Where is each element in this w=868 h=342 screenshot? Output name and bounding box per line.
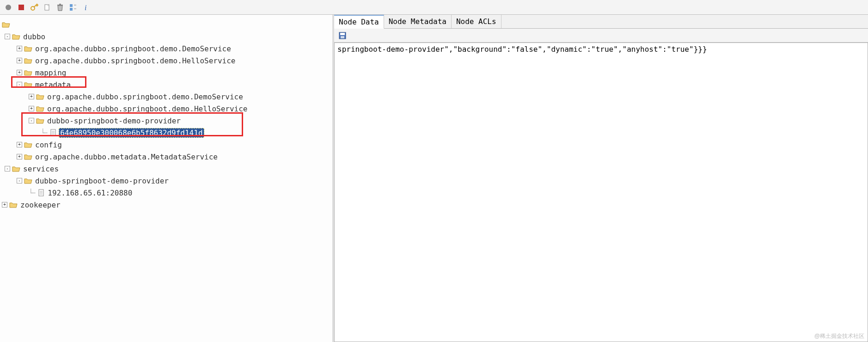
svg-rect-12 [340, 33, 345, 35]
tab-bar: Node Data Node Metadata Node ACLs [334, 15, 868, 29]
node-label: org.apache.dubbo.springboot.demo.DemoSer… [34, 44, 232, 54]
collapse-icon[interactable]: - [17, 178, 22, 183]
expand-icon[interactable]: + [17, 70, 22, 75]
collapse-icon[interactable]: - [5, 34, 10, 39]
node-label: zookeeper [19, 200, 61, 210]
tree-node-hash[interactable]: └╴ 64e68950e300068e6b5f8632d9fd141d [0, 127, 332, 139]
tab-label: Node Metadata [389, 17, 446, 26]
node-label: org.apache.dubbo.metadata.MetadataServic… [34, 152, 219, 162]
folder-open-icon [2, 21, 10, 28]
tree-root[interactable] [0, 18, 332, 31]
content-text: springboot-demo-provider","background":"… [337, 45, 707, 54]
file-icon [49, 129, 57, 136]
collapse-icon[interactable]: - [17, 82, 22, 87]
expand-icon[interactable]: + [29, 94, 34, 99]
new-icon[interactable] [43, 3, 52, 12]
folder-open-icon [36, 93, 44, 100]
tree-node[interactable]: + org.apache.dubbo.springboot.demo.Hello… [0, 103, 332, 115]
node-label: dubbo [22, 32, 46, 42]
tab-node-data[interactable]: Node Data [334, 15, 384, 29]
node-label: dubbo-springboot-demo-provider [46, 116, 182, 126]
folder-open-icon [24, 153, 32, 160]
tree-node[interactable]: + mapping [0, 67, 332, 79]
info-icon[interactable]: i [81, 3, 91, 12]
folder-open-icon [36, 117, 44, 124]
detail-panel: Node Data Node Metadata Node ACLs spring… [334, 15, 868, 342]
svg-rect-4 [57, 5, 63, 6]
folder-open-icon [24, 57, 32, 64]
tab-label: Node ACLs [456, 17, 496, 26]
save-icon[interactable] [338, 31, 347, 40]
folder-open-icon [9, 202, 18, 208]
folder-open-icon [24, 81, 32, 88]
node-label: 192.168.65.61:20880 [47, 188, 133, 198]
node-label: org.apache.dubbo.springboot.demo.HelloSe… [34, 56, 236, 66]
svg-rect-5 [59, 4, 61, 5]
tree-node-metadata[interactable]: - metadata [0, 79, 332, 91]
node-label: metadata [34, 80, 72, 90]
tree-node[interactable]: + org.apache.dubbo.springboot.demo.Hello… [0, 55, 332, 67]
folder-open-icon [36, 105, 44, 112]
node-label: services [22, 164, 60, 174]
folder-open-icon [24, 45, 32, 52]
node-data-content[interactable]: springboot-demo-provider","background":"… [334, 43, 868, 342]
tree-node-dubbo[interactable]: - dubbo [0, 31, 332, 43]
selected-node-label: 64e68950e300068e6b5f8632d9fd141d [59, 128, 204, 138]
main-split: - dubbo + org.apache.dubbo.springboot.de… [0, 15, 868, 342]
tree-node-services-provider[interactable]: - dubbo-springboot-demo-provider [0, 175, 332, 187]
collapse-icon[interactable]: - [29, 118, 34, 123]
tree-node[interactable]: + org.apache.dubbo.metadata.MetadataServ… [0, 151, 332, 163]
node-label: org.apache.dubbo.springboot.demo.HelloSe… [46, 104, 248, 114]
node-label: config [34, 140, 63, 150]
tree-node[interactable]: + config [0, 139, 332, 151]
folder-open-icon [12, 165, 20, 172]
folder-open-icon [24, 69, 32, 76]
delete-icon[interactable] [55, 3, 65, 12]
tree-node[interactable]: + org.apache.dubbo.springboot.demo.DemoS… [0, 91, 332, 103]
tree-node[interactable]: + org.apache.dubbo.springboot.demo.DemoS… [0, 43, 332, 55]
tree-panel: - dubbo + org.apache.dubbo.springboot.de… [0, 15, 334, 342]
tree: - dubbo + org.apache.dubbo.springboot.de… [0, 17, 332, 213]
folder-open-icon [24, 177, 32, 184]
stop-icon[interactable] [17, 3, 26, 12]
svg-rect-1 [18, 5, 24, 10]
connect-icon[interactable] [4, 3, 13, 12]
tab-node-acls[interactable]: Node ACLs [452, 15, 501, 28]
folder-open-icon [24, 141, 32, 148]
toolbar: i [0, 0, 868, 15]
key-icon[interactable] [30, 3, 39, 12]
expand-icon[interactable]: + [2, 202, 7, 208]
svg-rect-7 [70, 8, 73, 11]
expand-icon[interactable]: + [17, 46, 22, 51]
tree-node-zookeeper[interactable]: + zookeeper [0, 199, 332, 211]
sub-toolbar [334, 29, 868, 43]
node-label: org.apache.dubbo.springboot.demo.DemoSer… [46, 92, 244, 102]
expand-icon[interactable]: + [17, 154, 22, 159]
watermark: @稀土掘金技术社区 [814, 332, 864, 340]
expand-icon[interactable]: + [29, 106, 34, 111]
svg-text:i: i [85, 4, 86, 11]
node-label: mapping [34, 68, 67, 78]
expand-icon[interactable]: + [17, 142, 22, 147]
tab-node-metadata[interactable]: Node Metadata [384, 15, 452, 28]
file-icon [37, 189, 45, 196]
tab-label: Node Data [339, 18, 379, 26]
collapse-icon[interactable]: - [5, 166, 10, 171]
tree-node-provider[interactable]: - dubbo-springboot-demo-provider [0, 115, 332, 127]
node-label: dubbo-springboot-demo-provider [34, 176, 170, 186]
expand-icon[interactable]: + [17, 58, 22, 63]
svg-point-0 [6, 5, 11, 10]
tree-node-services[interactable]: - services [0, 163, 332, 175]
folder-open-icon [12, 33, 20, 40]
refresh-tree-icon[interactable] [68, 3, 78, 12]
svg-rect-13 [341, 36, 344, 38]
svg-rect-6 [70, 4, 73, 7]
tree-node-address[interactable]: └╴ 192.168.65.61:20880 [0, 187, 332, 199]
